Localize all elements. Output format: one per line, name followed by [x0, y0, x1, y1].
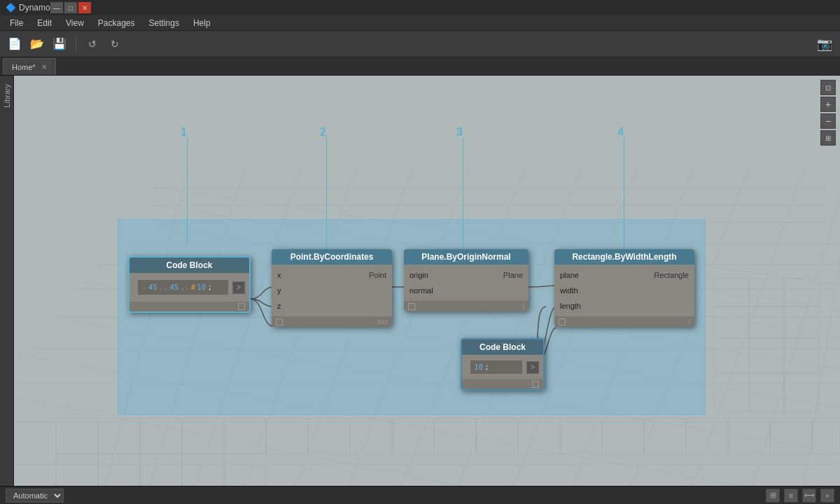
code-block-1-header: Code Block: [130, 258, 249, 273]
rectangle-width-label: width: [560, 286, 578, 295]
code-block-node-2[interactable]: Code Block 10; >: [461, 338, 545, 391]
save-button[interactable]: 💾: [50, 35, 69, 53]
rectangle-by-width-node[interactable]: Rectangle.ByWidthLength plane Rectangle …: [554, 249, 694, 327]
code-block-node-1[interactable]: Code Block -45..45..#10; >: [128, 256, 251, 313]
plane-normal-label: normal: [410, 286, 433, 295]
tab-home[interactable]: Home* ✕: [3, 58, 56, 75]
point-x-label: x: [277, 271, 281, 279]
code-block-2-title: Code Block: [479, 342, 526, 352]
tab-close-button[interactable]: ✕: [41, 63, 47, 71]
code-block-1-title: Code Block: [166, 260, 212, 270]
point-header: Point.ByCoordinates: [272, 249, 392, 265]
maximize-button[interactable]: □: [64, 2, 77, 13]
toolbar: 📄 📂 💾 ↺ ↻ 📷: [0, 31, 840, 57]
camera-button[interactable]: 📷: [815, 34, 834, 54]
library-label[interactable]: Library: [3, 84, 11, 108]
plane-footer: |: [404, 301, 528, 312]
rectangle-output-label: Rectangle: [654, 271, 689, 279]
redo-button[interactable]: ↻: [106, 35, 124, 53]
code-block-2-header: Code Block: [462, 340, 543, 355]
zoom-controls: ⊡ + − ⊞: [816, 76, 840, 150]
close-button[interactable]: ✕: [78, 2, 91, 13]
zoom-out-button[interactable]: −: [820, 113, 836, 129]
plane-title: Plane.ByOriginNormal: [421, 252, 510, 262]
plane-checkbox[interactable]: [408, 303, 415, 310]
code-dots-2: ..: [180, 283, 189, 292]
code-dots-1: ..: [159, 283, 168, 292]
point-checkbox[interactable]: [276, 318, 283, 326]
code-block-1-input[interactable]: -45..45..#10;: [138, 280, 228, 295]
code-10-2: 10: [474, 363, 483, 372]
rectangle-body: plane Rectangle width length: [554, 265, 694, 316]
point-z-label: z: [277, 302, 281, 310]
point-title: Point.ByCoordinates: [290, 252, 374, 262]
code-block-2-footer: [462, 379, 543, 389]
code-block-2-run-button[interactable]: >: [526, 361, 539, 374]
point-y-label: y: [277, 286, 281, 295]
rectangle-width-row: width: [554, 283, 694, 298]
bottom-icon-1[interactable]: ⊞: [766, 489, 780, 503]
app-title: Dynamo: [19, 3, 50, 13]
titlebar: 🔷 Dynamo — □ ✕: [0, 0, 840, 15]
point-body: x Point y z: [272, 265, 392, 316]
zoom-in-button[interactable]: +: [820, 97, 836, 112]
code-block-2-input[interactable]: 10;: [470, 360, 522, 374]
undo-button[interactable]: ↺: [83, 35, 102, 53]
menu-view[interactable]: View: [59, 17, 91, 29]
bottombar: Automatic Manual ⊞ ≡ ⟷ +: [0, 486, 840, 504]
rectangle-title: Rectangle.ByWidthLength: [572, 252, 676, 262]
plane-xxx-label: |: [522, 302, 524, 310]
point-by-coordinates-node[interactable]: Point.ByCoordinates x Point y z xxx: [272, 249, 392, 327]
point-footer: xxx: [272, 316, 392, 327]
menu-edit[interactable]: Edit: [30, 17, 59, 29]
code-block-1-run-button[interactable]: >: [232, 281, 245, 294]
bottom-icon-3[interactable]: ⟷: [802, 489, 816, 503]
window-controls: — □ ✕: [50, 2, 91, 13]
rectangle-plane-label: plane: [560, 271, 579, 279]
menu-file[interactable]: File: [3, 17, 30, 29]
canvas[interactable]: 1 2 3 4: [14, 76, 840, 486]
toolbar-separator: [76, 36, 76, 52]
plane-header: Plane.ByOriginNormal: [404, 249, 528, 265]
plane-by-origin-node[interactable]: Plane.ByOriginNormal origin Plane normal…: [404, 249, 528, 312]
open-button[interactable]: 📂: [28, 35, 46, 53]
sidebar: Library: [0, 76, 14, 486]
code-block-1-checkbox[interactable]: [238, 303, 245, 310]
point-output-label: Point: [369, 271, 386, 279]
rectangle-header: Rectangle.ByWidthLength: [554, 249, 694, 265]
menu-packages[interactable]: Packages: [91, 17, 142, 29]
code-semi-2: ;: [484, 363, 489, 372]
minimize-button[interactable]: —: [50, 2, 63, 13]
menu-settings[interactable]: Settings: [142, 17, 186, 29]
code-block-2-body: 10; >: [462, 355, 543, 379]
plane-output-label: Plane: [503, 271, 523, 279]
zoom-fit-button[interactable]: ⊡: [820, 80, 836, 95]
point-x-row: x Point: [272, 267, 392, 283]
bottom-icons: ⊞ ≡ ⟷ +: [766, 489, 834, 503]
code-45-1: 45: [148, 283, 158, 292]
point-xxx-label: xxx: [377, 318, 388, 326]
app-icon: 🔷: [6, 3, 16, 13]
point-z-row: z: [272, 298, 392, 314]
point-y-row: y: [272, 283, 392, 298]
bottom-icon-2[interactable]: ≡: [784, 489, 798, 503]
rectangle-xxx-label: |: [688, 318, 690, 326]
code-block-1-footer: [130, 302, 249, 312]
plane-origin-label: origin: [410, 271, 428, 279]
code-minus: -: [142, 283, 147, 292]
new-button[interactable]: 📄: [6, 35, 24, 53]
bottom-icon-4[interactable]: +: [820, 489, 834, 503]
rectangle-length-label: length: [560, 302, 581, 310]
plane-normal-row: normal: [404, 283, 528, 298]
rectangle-checkbox[interactable]: [559, 318, 566, 326]
main-area: Library: [0, 76, 840, 486]
code-semi-1: ;: [208, 283, 213, 292]
run-mode-select[interactable]: Automatic Manual: [6, 489, 64, 503]
tabbar: Home* ✕: [0, 57, 840, 76]
code-block-2-checkbox[interactable]: [532, 381, 539, 388]
code-hash: #: [191, 283, 196, 292]
plane-origin-row: origin Plane: [404, 267, 528, 283]
rectangle-footer: |: [554, 316, 694, 327]
zoom-add-button[interactable]: ⊞: [820, 130, 836, 146]
menu-help[interactable]: Help: [186, 17, 218, 29]
